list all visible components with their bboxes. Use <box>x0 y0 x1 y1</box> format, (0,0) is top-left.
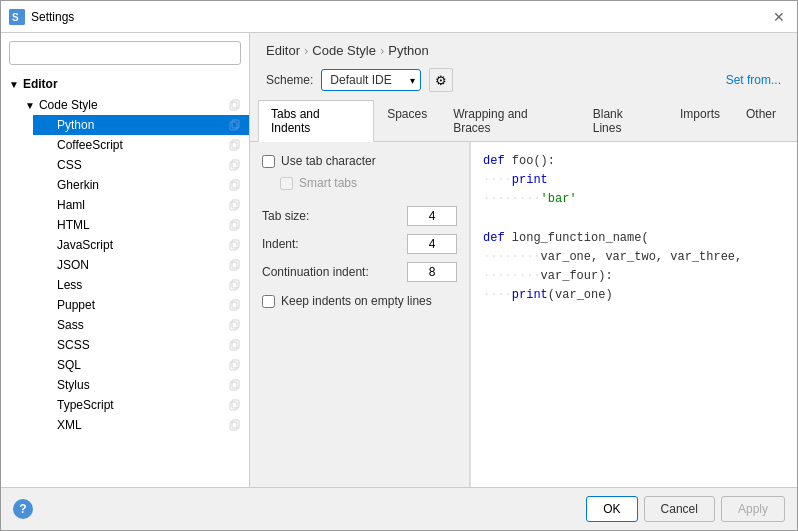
svg-rect-34 <box>230 422 237 430</box>
tab-other[interactable]: Other <box>733 100 789 142</box>
help-button[interactable]: ? <box>13 499 33 519</box>
keep-indents-checkbox[interactable] <box>262 295 275 308</box>
svg-rect-16 <box>230 242 237 250</box>
sidebar-item-json[interactable]: JSON <box>33 255 249 275</box>
copy-icon-coffeescript <box>229 139 241 151</box>
tab-spaces[interactable]: Spaces <box>374 100 440 142</box>
tab-imports[interactable]: Imports <box>667 100 733 142</box>
sidebar-item-stylus[interactable]: Stylus <box>33 375 249 395</box>
code-line-1: def foo(): <box>483 152 785 171</box>
sidebar-parent-code-style[interactable]: ▼ Code Style <box>17 95 249 115</box>
scheme-label: Scheme: <box>266 73 313 87</box>
svg-rect-20 <box>230 282 237 290</box>
continuation-indent-input[interactable] <box>407 262 457 282</box>
sidebar-item-haml[interactable]: Haml <box>33 195 249 215</box>
keep-indents-row: Keep indents on empty lines <box>262 294 457 308</box>
collapse-arrow: ▼ <box>9 79 19 90</box>
sidebar-item-javascript[interactable]: JavaScript <box>33 235 249 255</box>
scheme-row: Scheme: Default IDE ⚙ Set from... <box>250 64 797 100</box>
tab-wrapping-and-braces[interactable]: Wrapping and Braces <box>440 100 580 142</box>
close-button[interactable]: ✕ <box>769 7 789 27</box>
copy-icon-sql <box>229 359 241 371</box>
indent-label: Indent: <box>262 237 407 251</box>
ok-button[interactable]: OK <box>586 496 637 522</box>
svg-rect-33 <box>232 400 239 408</box>
breadcrumb-python: Python <box>388 43 428 58</box>
copy-icon-typescript <box>229 399 241 411</box>
svg-rect-5 <box>232 120 239 128</box>
sidebar-group-editor: ▼ Code Style Python CoffeeScript <box>1 95 249 435</box>
sidebar-item-puppet[interactable]: Puppet <box>33 295 249 315</box>
tab-blank-lines[interactable]: Blank Lines <box>580 100 667 142</box>
copy-icon-python <box>229 119 241 131</box>
continuation-indent-label: Continuation indent: <box>262 265 407 279</box>
apply-button[interactable]: Apply <box>721 496 785 522</box>
svg-rect-28 <box>230 362 237 370</box>
help-area: ? <box>13 499 33 519</box>
svg-rect-35 <box>232 420 239 428</box>
code-style-arrow: ▼ <box>25 100 35 111</box>
svg-rect-31 <box>232 380 239 388</box>
sidebar-item-python[interactable]: Python <box>33 115 249 135</box>
breadcrumb: Editor › Code Style › Python <box>250 33 797 64</box>
app-icon: S <box>9 9 25 25</box>
svg-rect-12 <box>230 202 237 210</box>
svg-rect-27 <box>232 340 239 348</box>
sidebar-item-xml[interactable]: XML <box>33 415 249 435</box>
code-preview: def foo(): ····print ········'bar' def l… <box>470 142 797 487</box>
copy-icon-sass <box>229 319 241 331</box>
smart-tabs-checkbox[interactable] <box>280 177 293 190</box>
tab-size-label: Tab size: <box>262 209 407 223</box>
sidebar-item-sql[interactable]: SQL <box>33 355 249 375</box>
svg-rect-3 <box>232 100 239 108</box>
scheme-dropdown[interactable]: Default IDE <box>321 69 421 91</box>
panel-body: Use tab character Smart tabs Tab size: I… <box>250 142 797 487</box>
continuation-indent-row: Continuation indent: <box>262 262 457 282</box>
copy-icon-stylus <box>229 379 241 391</box>
sidebar-item-less[interactable]: Less <box>33 275 249 295</box>
settings-panel: Use tab character Smart tabs Tab size: I… <box>250 142 470 487</box>
sidebar-item-html[interactable]: HTML <box>33 215 249 235</box>
sidebar-item-coffeescript[interactable]: CoffeeScript <box>33 135 249 155</box>
svg-text:S: S <box>12 12 19 23</box>
main-panel: Editor › Code Style › Python Scheme: Def… <box>250 33 797 487</box>
breadcrumb-sep-2: › <box>380 43 384 58</box>
smart-tabs-row: Smart tabs <box>280 176 457 190</box>
tab-tabs-and-indents[interactable]: Tabs and Indents <box>258 100 374 142</box>
sidebar: ▼ Editor ▼ Code Style Python <box>1 33 250 487</box>
svg-rect-19 <box>232 260 239 268</box>
use-tab-character-checkbox[interactable] <box>262 155 275 168</box>
code-line-4 <box>483 210 785 229</box>
sidebar-item-gherkin[interactable]: Gherkin <box>33 175 249 195</box>
sidebar-item-sass[interactable]: Sass <box>33 315 249 335</box>
sidebar-items-group: Python CoffeeScript CSS Gherkin <box>17 115 249 435</box>
tab-size-input[interactable] <box>407 206 457 226</box>
copy-icon-xml <box>229 419 241 431</box>
svg-rect-9 <box>232 160 239 168</box>
svg-rect-21 <box>232 280 239 288</box>
window-title: Settings <box>31 10 769 24</box>
svg-rect-15 <box>232 220 239 228</box>
breadcrumb-editor: Editor <box>266 43 300 58</box>
sidebar-item-typescript[interactable]: TypeScript <box>33 395 249 415</box>
set-from-link[interactable]: Set from... <box>726 73 781 87</box>
indent-input[interactable] <box>407 234 457 254</box>
svg-rect-4 <box>230 122 237 130</box>
search-input[interactable] <box>9 41 241 65</box>
cancel-button[interactable]: Cancel <box>644 496 715 522</box>
scheme-select[interactable]: Default IDE <box>321 69 421 91</box>
sidebar-item-scss[interactable]: SCSS <box>33 335 249 355</box>
svg-rect-13 <box>232 200 239 208</box>
settings-window: S Settings ✕ ▼ Editor ▼ Code Style <box>0 0 798 531</box>
svg-rect-30 <box>230 382 237 390</box>
sidebar-item-css[interactable]: CSS <box>33 155 249 175</box>
copy-icon-scss <box>229 339 241 351</box>
svg-rect-17 <box>232 240 239 248</box>
copy-icon-json <box>229 259 241 271</box>
scheme-settings-button[interactable]: ⚙ <box>429 68 453 92</box>
svg-rect-8 <box>230 162 237 170</box>
bottom-bar: ? OK Cancel Apply <box>1 487 797 530</box>
tab-size-row: Tab size: <box>262 206 457 226</box>
copy-icon-gherkin <box>229 179 241 191</box>
indent-row: Indent: <box>262 234 457 254</box>
